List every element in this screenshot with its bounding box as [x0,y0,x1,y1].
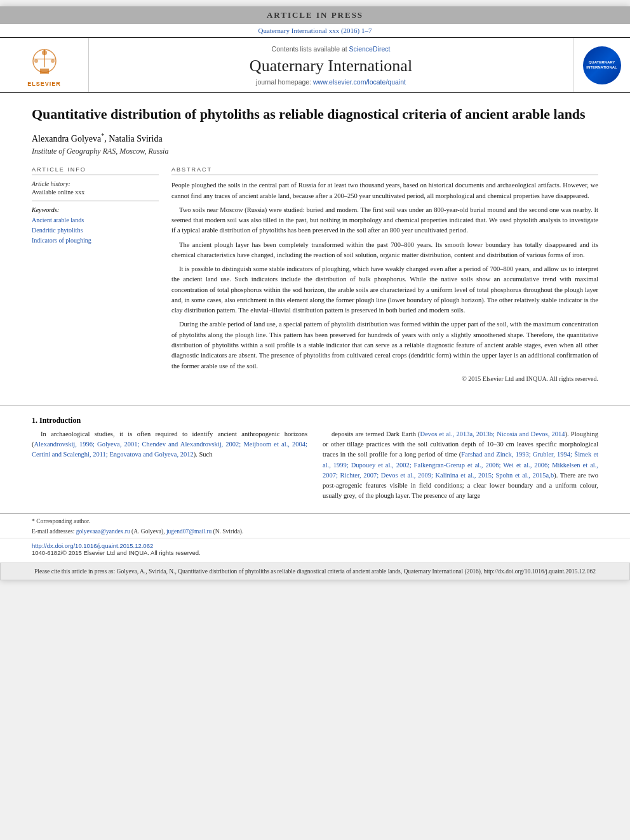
keyword-1: Ancient arable lands [32,215,159,225]
affiliation: Institute of Geography RAS, Moscow, Russ… [32,147,598,156]
article-title: Quantitative distribution of phytoliths … [32,105,598,124]
journal-badge-area: QUATERNARY INTERNATIONAL [573,38,630,92]
email2-link[interactable]: jugend07@mail.ru [166,528,211,535]
article-info-header: ARTICLE INFO [32,166,159,175]
abstract-p5: During the arable period of land use, a … [171,319,598,371]
badge-text: QUATERNARY INTERNATIONAL [583,60,621,70]
abstract-text: People ploughed the soils in the central… [171,180,598,371]
article-history-label: Article history: [32,180,159,187]
body-right-p1: deposits are termed Dark Earth (Devos et… [323,429,598,502]
cite-alexandrovskij[interactable]: Alexandrovskij, 1996; Golyeva, 2001; Che… [32,441,307,458]
issn-text: 1040-6182/© 2015 Elsevier Ltd and INQUA.… [32,549,201,556]
abstract-p4: It is possible to distinguish some stabl… [171,264,598,316]
keywords-label: Keywords: [32,206,159,213]
author-names: Alexandra Golyeva*, Natalia Svirida [32,134,163,143]
footnote-corresponding: * Corresponding author. [32,517,598,526]
article-content: Quantitative distribution of phytoliths … [0,93,630,395]
journal-badge: QUATERNARY INTERNATIONAL [583,46,621,84]
email1-person: (A. Golyeva), [131,528,165,535]
email1-link[interactable]: golyevaaa@yandex.ru [76,528,130,535]
doi-bar: http://dx.doi.org/10.1016/j.quaint.2015.… [0,538,630,560]
elsevier-logo-area: ELSEVIER [0,38,89,92]
cite-farshad[interactable]: Farshad and Zinck, 1993; Grubler, 1994; … [323,451,598,479]
body-left-p1: In archaeological studies, it is often r… [32,429,307,460]
abstract-header: ABSTRACT [171,166,598,175]
citation-notice: Please cite this article in press as: Go… [0,563,630,580]
elsevier-tree-icon [16,43,73,78]
footnote-email: E-mail addresses: golyevaaa@yandex.ru (A… [32,528,598,536]
svg-rect-0 [40,69,49,74]
doi-link[interactable]: http://dx.doi.org/10.1016/j.quaint.2015.… [32,542,153,549]
keyword-2: Dendritic phytoliths [32,225,159,236]
body-two-col: In archaeological studies, it is often r… [32,429,598,507]
footnote-area: * Corresponding author. E-mail addresses… [0,513,630,537]
keyword-3: Indicators of ploughing [32,236,159,246]
svg-point-5 [34,59,38,63]
email2-person: (N. Svirida). [213,528,244,535]
info-abstract-section: ARTICLE INFO Article history: Available … [32,166,598,382]
contents-available-label: Contents lists available at [272,45,347,53]
elsevier-wordmark: ELSEVIER [27,81,61,87]
copyright-line: © 2015 Elsevier Ltd and INQUA. All right… [171,375,598,382]
journal-citation: Quaternary International xxx (2016) 1–7 [0,24,630,37]
svg-point-6 [51,59,55,63]
authors-line: Alexandra Golyeva*, Natalia Svirida [32,133,598,145]
cite-devos[interactable]: Devos et al., 2013a, 2013b; Nicosia and … [420,430,565,437]
svg-point-4 [42,50,47,55]
section-divider [0,405,630,406]
homepage-label: journal homepage: [256,78,311,86]
abstract-p1: People ploughed the soils in the central… [171,180,598,201]
article-in-press-banner: ARTICLE IN PRESS [0,6,630,24]
sciencedirect-link[interactable]: ScienceDirect [349,45,391,53]
available-online-value: Available online xxx [32,189,159,196]
abstract-col: ABSTRACT People ploughed the soils in th… [171,166,598,382]
body-right-col: deposits are termed Dark Earth (Devos et… [323,429,598,507]
body-left-col: In archaeological studies, it is often r… [32,429,307,507]
journal-header: ELSEVIER Contents lists available at Sci… [0,37,630,93]
body-content: 1. Introduction In archaeological studie… [0,416,630,507]
journal-homepage: journal homepage: www.elsevier.com/locat… [256,78,406,86]
article-info-col: ARTICLE INFO Article history: Available … [32,166,159,382]
email-label: E-mail addresses: [32,528,74,535]
abstract-p2: Two soils near Moscow (Russia) were stud… [171,205,598,236]
section-1-title: 1. Introduction [32,416,598,425]
abstract-p3: The ancient plough layer has been comple… [171,240,598,261]
homepage-url[interactable]: www.elsevier.com/locate/quaint [313,78,406,86]
journal-title: Quaternary International [250,57,412,76]
sciencedirect-line: Contents lists available at ScienceDirec… [272,45,391,53]
journal-info-center: Contents lists available at ScienceDirec… [89,38,573,92]
